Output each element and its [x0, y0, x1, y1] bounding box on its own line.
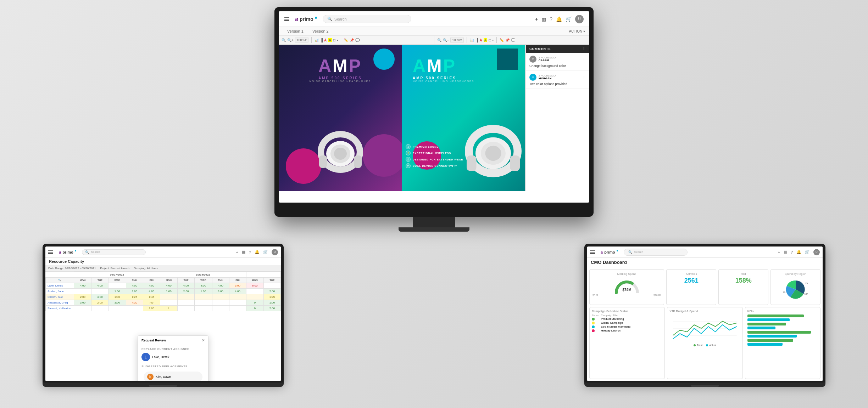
resource-help-icon[interactable]: ?	[249, 250, 251, 254]
week-3-header	[246, 272, 281, 278]
amp-poster-v1: AMP AMP 500 SERIES NOISE CANCELLING HEAD…	[279, 45, 402, 191]
resource-avatar[interactable]: U	[272, 249, 278, 255]
bar-icon-v2[interactable]: ▐	[475, 38, 478, 42]
suggestion-kim[interactable]: K Kim, Dawn	[144, 372, 202, 381]
comment-options-2[interactable]: ⋮	[582, 75, 586, 79]
cmo-search[interactable]: 🔍 Search	[624, 249, 688, 256]
table-row-lake: Lake, Derek 4:00 4:00 4:00 4:00 4:00 4:0…	[46, 283, 281, 289]
comment-icon-v2[interactable]: 💬	[511, 38, 515, 42]
kpi-bar-trend-1	[747, 314, 804, 317]
laptop-left-screen: a primo 🔍 Search + ▦ ? 🔔	[45, 246, 281, 381]
cmo-avatar[interactable]: U	[813, 249, 820, 255]
cmo-add-icon[interactable]: +	[778, 250, 780, 254]
resource-hamburger[interactable]	[48, 250, 53, 254]
request-review-popup: Request Review × REPLACE CURRENT ASSIGNE…	[138, 335, 208, 381]
version-2-panel: AMP AMP 500 SERIES NOISE CANCELLING HEAD…	[402, 45, 525, 191]
box-icon-v2[interactable]: □	[489, 38, 491, 42]
zoom-level-v1: 100%▾	[295, 38, 308, 42]
feature-text-2: EXCEPTIONAL WIRELESS	[413, 152, 451, 154]
cmo-grid-icon[interactable]: ▦	[784, 250, 787, 254]
cmo-header: a primo 🔍 Search + ▦ ? 🔔	[587, 246, 823, 258]
cell-l-4: 4:00	[143, 283, 160, 289]
pen-icon-v1[interactable]: ✏️	[344, 38, 348, 42]
legend-actual: Actual	[706, 344, 716, 346]
cell-a-1: 2:00	[91, 300, 108, 306]
metrics-grid: Marking Spend $74M $0 M $109M	[587, 267, 823, 307]
comment-avatar-1: C	[529, 56, 536, 63]
name-lake[interactable]: Lake, Derek	[46, 283, 74, 289]
resource-app: a primo 🔍 Search + ▦ ? 🔔	[45, 246, 281, 381]
highlight-icon-v2[interactable]: A	[484, 38, 488, 42]
kpi-row-1	[747, 314, 818, 317]
help-icon[interactable]: ?	[550, 16, 552, 22]
grid-icon[interactable]: ▦	[541, 16, 546, 22]
cell-j-1	[91, 289, 108, 294]
user-avatar[interactable]: U	[575, 15, 584, 23]
zoom-level-v2: 100%▾	[450, 38, 464, 42]
pin-icon-v1[interactable]: 📌	[350, 38, 354, 42]
comment-options-1[interactable]: ⋮	[582, 57, 586, 61]
hamburger-menu[interactable]	[284, 17, 289, 21]
popup-close-button[interactable]: ×	[202, 338, 205, 343]
cmo-hamburger[interactable]	[590, 250, 595, 254]
cart-icon[interactable]: 🛒	[566, 16, 572, 22]
suggestions-area: K Kim, Dawn	[138, 369, 208, 381]
cmo-bell-icon[interactable]: 🔔	[796, 250, 801, 254]
name-jordan[interactable]: Jordan, Jane	[46, 289, 74, 294]
toolbars: 🔍 🔍+ 100%▾ 📊 ▐ A A □ • ✏️ 📌 💬	[279, 36, 589, 45]
name-anastasia[interactable]: Anastasia, Greg	[46, 300, 74, 306]
logo-dot	[315, 17, 317, 19]
pie-chart-svg: VIC NSW SA	[783, 279, 808, 300]
version-2-tab[interactable]: Version 2	[308, 28, 333, 34]
dot-icon-v1[interactable]: •	[337, 38, 338, 42]
chart-icon-v1[interactable]: 📊	[315, 38, 319, 42]
logo-name: primo	[300, 16, 313, 22]
cell-l-8: 4:00	[212, 283, 229, 289]
resource-grid-icon[interactable]: ▦	[242, 250, 245, 254]
cell-a-3: 4:30	[126, 300, 143, 306]
box-icon-v1[interactable]: □	[333, 38, 335, 42]
status-dot-2	[592, 322, 595, 324]
resource-add-icon[interactable]: +	[236, 250, 238, 254]
pin-icon-v2[interactable]: 📌	[505, 38, 510, 42]
add-icon[interactable]: +	[535, 16, 538, 22]
bell-icon[interactable]: 🔔	[556, 16, 562, 22]
cmo-cart-icon[interactable]: 🛒	[805, 250, 810, 254]
laptop-right-bezel: a primo 🔍 Search + ▦ ? 🔔	[584, 244, 825, 382]
resource-bell-icon[interactable]: 🔔	[255, 250, 260, 254]
search-bar[interactable]: 🔍 Search	[323, 15, 411, 23]
zoom-in-v1[interactable]: 🔍+	[287, 38, 294, 42]
resource-search[interactable]: 🔍 Search	[82, 249, 146, 255]
cmo-help-icon[interactable]: ?	[791, 250, 793, 254]
bar-icon-v1[interactable]: ▐	[320, 38, 323, 42]
text-icon-v2[interactable]: A	[479, 38, 482, 42]
circle-teal-v1	[373, 49, 395, 70]
cell-l-11	[263, 283, 280, 289]
monitor-bezel: a primo 🔍 Search + ▦ ? 🔔 🛒 U	[274, 7, 594, 217]
name-shawn[interactable]: Shawn, Sue	[46, 294, 74, 300]
cell-s-7	[195, 294, 212, 300]
resource-page-title: Resource Capacity	[45, 258, 281, 265]
comments-more-icon[interactable]: ⋮	[582, 47, 586, 51]
table-row-jordan: Jordan, Jane 1:00 3:00 4:00 1:00 2:00 1:…	[46, 289, 281, 294]
resource-cart-icon[interactable]: 🛒	[263, 250, 268, 254]
comment-time-1: 2 HOURS AGO	[539, 56, 556, 59]
name-stewart[interactable]: Stewart, Katherine	[46, 306, 74, 311]
dot-icon-v2[interactable]: •	[492, 38, 494, 42]
action-button[interactable]: ACTION ▾	[569, 29, 585, 33]
comment-icon-v1[interactable]: 💬	[355, 38, 360, 42]
pen-icon-v2[interactable]: ✏️	[500, 38, 504, 42]
search-col-th: 🔍	[46, 278, 74, 283]
comments-panel: COMMENTS ⋮ C 2 HOURS AGO CASSIE ⋮	[525, 45, 589, 191]
zoom-out-v2[interactable]: 🔍	[437, 38, 441, 42]
zoom-out-v1[interactable]: 🔍	[282, 38, 286, 42]
chart-icon-v2[interactable]: 📊	[470, 38, 474, 42]
circle-v2	[499, 49, 518, 68]
popup-section-1-label: REPLACE CURRENT ASSIGNEE	[138, 345, 208, 351]
version-1-tab[interactable]: Version 1	[283, 28, 308, 34]
text-icon-v1[interactable]: A	[324, 38, 327, 42]
zoom-in-v2[interactable]: 🔍+	[443, 38, 449, 42]
laptop-left-bezel: a primo 🔍 Search + ▦ ? 🔔	[43, 244, 284, 382]
highlight-icon-v1[interactable]: A	[328, 38, 332, 42]
comment-time-2: 2 HOURS AGO	[539, 74, 556, 77]
